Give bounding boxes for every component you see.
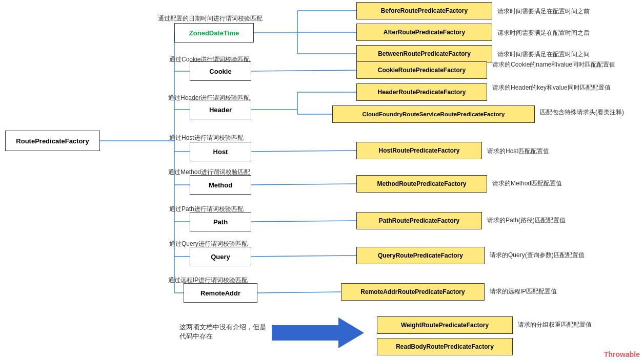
- cookie-factory-note: 请求的Cookie的name和value同时匹配配置值: [492, 60, 638, 69]
- path-factory-box: PathRoutePredicateFactory: [356, 212, 482, 229]
- method-factory-box: MethodRoutePredicateFactory: [356, 175, 487, 193]
- host-factory-note: 请求的Host匹配配置值: [487, 147, 633, 156]
- method-factory-note: 请求的Method匹配配置值: [492, 179, 638, 188]
- remoteaddr-box: RemoteAddr: [184, 283, 257, 303]
- header-box: Header: [190, 100, 251, 119]
- remoteaddr-factory-note: 请求的远程IP匹配配置值: [490, 287, 636, 296]
- svg-line-20: [251, 151, 356, 152]
- method-box: Method: [190, 175, 251, 195]
- path-factory-note: 请求的Path(路径)匹配配置值: [487, 216, 633, 225]
- after-factory-note: 请求时间需要满足在配置时间之后: [497, 29, 641, 37]
- remoteaddr-factory-box: RemoteAddrRoutePredicateFactory: [341, 283, 485, 301]
- before-factory-box: BeforeRoutePredicateFactory: [356, 2, 492, 19]
- readbody-factory-box: ReadBodyRoutePredicateFactory: [377, 338, 513, 355]
- cookie-box: Cookie: [190, 61, 251, 81]
- weight-factory-note: 请求的分组权重匹配配置值: [518, 321, 641, 329]
- svg-line-23: [251, 256, 356, 257]
- between-factory-box: BetweenRoutePredicateFactory: [356, 45, 492, 62]
- zoned-desc-label: 通过配置的日期时间进行谓词校验匹配: [158, 14, 263, 23]
- svg-line-22: [251, 221, 356, 222]
- host-factory-box: HostRoutePredicateFactory: [356, 142, 482, 159]
- query-box: Query: [190, 247, 251, 266]
- zoned-datetime-box: ZonedDateTime: [174, 23, 254, 43]
- svg-line-24: [257, 292, 341, 293]
- cloudfoundry-factory-box: CloudFoundryRouteServiceRoutePredicateFa…: [332, 105, 535, 123]
- big-arrow-svg: [272, 317, 364, 348]
- header-factory-note: 请求的Header的key和value同时匹配配置值: [492, 83, 638, 92]
- svg-line-15: [251, 70, 356, 71]
- host-desc-label: 通过Host进行谓词校验匹配: [169, 134, 244, 142]
- cookie-factory-box: CookieRoutePredicateFactory: [356, 61, 487, 79]
- bottom-label: 这两项文档中没有介绍，但是代码中存在: [179, 323, 269, 341]
- host-box: Host: [190, 142, 251, 161]
- svg-line-21: [251, 184, 356, 185]
- header-factory-box: HeaderRoutePredicateFactory: [356, 83, 487, 101]
- between-factory-note: 请求时间需要满足在配置时间之间: [497, 50, 641, 59]
- weight-factory-box: WeightRoutePredicateFactory: [377, 316, 513, 334]
- watermark: Throwable: [604, 350, 640, 358]
- path-box: Path: [190, 212, 251, 231]
- root-node: RoutePredicateFactory: [5, 131, 100, 151]
- query-factory-note: 请求的Query(查询参数)匹配配置值: [490, 251, 638, 260]
- after-factory-box: AfterRoutePredicateFactory: [356, 24, 492, 41]
- cloudfoundry-factory-note: 匹配包含特殊请求头(看类注释): [540, 108, 642, 117]
- diagram-container: RoutePredicateFactory 通过配置的日期时间进行谓词校验匹配 …: [0, 0, 644, 361]
- svg-marker-25: [272, 317, 364, 348]
- before-factory-note: 请求时间需要满足在配置时间之前: [497, 7, 641, 16]
- query-factory-box: QueryRoutePredicateFactory: [356, 247, 485, 264]
